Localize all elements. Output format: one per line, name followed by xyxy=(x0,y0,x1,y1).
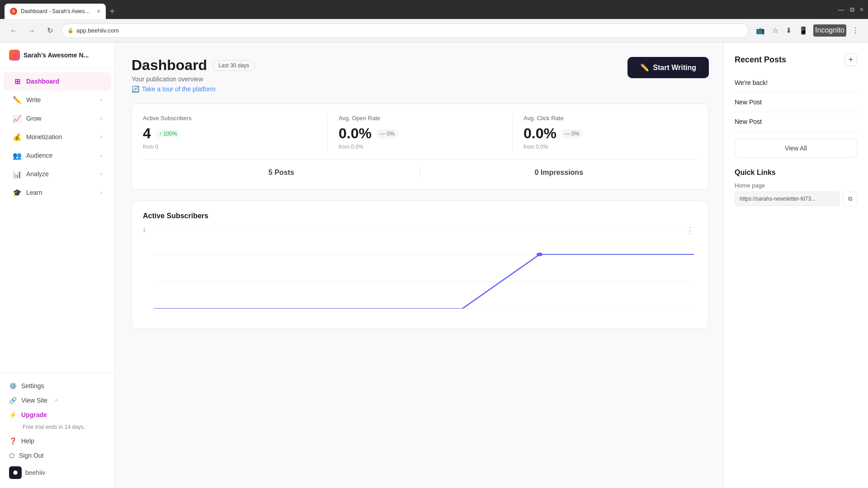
chevron-down-icon: › xyxy=(100,115,102,122)
sidebar-header: Sarah's Awesome N... xyxy=(0,42,115,68)
sidebar-item-label: Audience xyxy=(26,152,96,159)
post-item-1[interactable]: We're back! xyxy=(735,73,857,93)
browser-chrome: b Dashboard - Sarah's Awesome N... × + —… xyxy=(0,0,868,19)
active-subscribers-value: 4 xyxy=(143,125,151,142)
page-subtitle: Your publication overview xyxy=(132,75,255,83)
new-tab-button[interactable]: + xyxy=(106,4,118,19)
avg-click-rate-stat: Avg. Click Rate 0.0% — 0% from 0.0% xyxy=(513,115,698,150)
quick-links: Quick Links Home page https://sarahs-new… xyxy=(735,169,857,206)
sidebar-item-label: Write xyxy=(26,96,96,103)
active-subscribers-value-row: 4 ↑ 100% xyxy=(143,125,316,142)
post-title-1: We're back! xyxy=(735,79,768,86)
last-30-badge[interactable]: Last 30 days xyxy=(212,60,255,71)
avg-click-rate-label: Avg. Click Rate xyxy=(524,115,687,122)
svg-point-5 xyxy=(537,253,543,256)
lock-icon: 🔒 xyxy=(67,28,74,33)
tour-link[interactable]: 🔄 Take a tour of the platform xyxy=(132,85,255,93)
publication-avatar xyxy=(9,50,20,61)
close-button[interactable]: × xyxy=(860,6,863,14)
chevron-down-icon: › xyxy=(100,134,102,140)
sidebar-nav: ⊞ Dashboard ✏️ Write › 📈 Grow › 💰 Moneti… xyxy=(0,68,115,373)
sidebar-bottom: ⚙️ Settings 🔗 View Site ↗ ⚡ Upgrade Free… xyxy=(0,373,115,488)
sidebar-item-sign-out[interactable]: ⬠ Sign Out xyxy=(9,448,106,463)
sidebar-item-learn[interactable]: 🎓 Learn › xyxy=(4,183,111,202)
home-page-label: Home page xyxy=(735,182,857,189)
right-panel: Recent Posts + We're back! New Post New … xyxy=(723,42,868,488)
avg-open-rate-stat: Avg. Open Rate 0.0% — 0% from 0.0% xyxy=(328,115,513,150)
avg-click-rate-badge: — 0% xyxy=(561,129,583,138)
sign-out-icon: ⬠ xyxy=(9,452,14,459)
sidebar-item-label: Learn xyxy=(26,189,96,196)
upgrade-icon: ⚡ xyxy=(9,411,17,418)
active-subscribers-label: Active Subscribers xyxy=(143,115,316,122)
sidebar-item-dashboard[interactable]: ⊞ Dashboard xyxy=(4,72,111,90)
dashboard-icon: ⊞ xyxy=(13,77,22,86)
address-bar[interactable]: 🔒 app.beehiiv.com xyxy=(61,23,749,38)
minimize-button[interactable]: — xyxy=(838,6,844,14)
copy-icon: ⧉ xyxy=(848,195,852,202)
cast-icon[interactable]: 📺 xyxy=(754,24,767,37)
menu-icon[interactable]: ⋮ xyxy=(850,24,861,37)
tab-title: Dashboard - Sarah's Awesome N... xyxy=(21,8,93,14)
brand-name: beehiiv xyxy=(25,469,45,476)
view-all-button[interactable]: View All xyxy=(735,139,857,158)
posts-count: 5 Posts xyxy=(143,167,420,178)
chart-svg xyxy=(154,227,694,309)
main-content: Dashboard Last 30 days Your publication … xyxy=(115,42,723,488)
avg-click-rate-value-row: 0.0% — 0% xyxy=(524,125,687,142)
post-item-2[interactable]: New Post xyxy=(735,93,857,112)
copy-url-button[interactable]: ⧉ xyxy=(843,192,857,206)
refresh-button[interactable]: ↻ xyxy=(43,24,56,37)
help-label: Help xyxy=(21,437,34,445)
forward-button[interactable]: → xyxy=(25,24,38,37)
bookmark-icon[interactable]: ☆ xyxy=(770,24,780,37)
browser-toolbar: ← → ↻ 🔒 app.beehiiv.com 📺 ☆ ⬇ 📱 Incognit… xyxy=(0,19,868,42)
recent-posts-header: Recent Posts + xyxy=(735,53,857,66)
chart-dots-menu[interactable]: ⋮ xyxy=(686,225,694,235)
back-button[interactable]: ← xyxy=(7,24,20,37)
sidebar-item-view-site[interactable]: 🔗 View Site ↗ xyxy=(9,393,106,408)
sidebar: Sarah's Awesome N... ⊞ Dashboard ✏️ Writ… xyxy=(0,42,115,488)
sign-out-label: Sign Out xyxy=(19,452,43,459)
active-tab[interactable]: b Dashboard - Sarah's Awesome N... × xyxy=(5,4,106,19)
write-icon: ✏️ xyxy=(13,95,22,104)
avg-click-rate-value: 0.0% xyxy=(524,125,557,142)
external-link-icon: ↗ xyxy=(54,398,57,403)
sidebar-item-write[interactable]: ✏️ Write › xyxy=(4,91,111,109)
stats-grid: Active Subscribers 4 ↑ 100% from 0 Avg. … xyxy=(143,115,698,150)
download-icon[interactable]: ⬇ xyxy=(784,24,793,37)
sidebar-item-audience[interactable]: 👥 Audience › xyxy=(4,146,111,164)
url-text: app.beehiiv.com xyxy=(76,27,119,34)
avg-open-rate-from: from 0.0% xyxy=(339,144,501,150)
beehiiv-brand: beehiiv xyxy=(9,463,106,483)
add-post-button[interactable]: + xyxy=(844,53,857,66)
home-page-url: https://sarahs-newsletter-fd73... xyxy=(735,192,840,206)
view-site-label: View Site xyxy=(21,397,47,404)
help-icon: ❓ xyxy=(9,437,17,445)
pencil-icon: ✏️ xyxy=(640,63,649,72)
toolbar-actions: 📺 ☆ ⬇ 📱 Incognito ⋮ xyxy=(754,24,861,37)
post-item-3[interactable]: New Post xyxy=(735,112,857,131)
tab-close-button[interactable]: × xyxy=(97,8,100,15)
chevron-down-icon: › xyxy=(100,97,102,103)
sidebar-item-monetization[interactable]: 💰 Monetization › xyxy=(4,128,111,146)
chevron-down-icon: › xyxy=(100,152,102,159)
sidebar-item-settings[interactable]: ⚙️ Settings xyxy=(9,379,106,393)
sidebar-item-label: Grow xyxy=(26,115,96,122)
chevron-down-icon: › xyxy=(100,171,102,177)
restore-button[interactable]: ⧉ xyxy=(850,6,854,14)
page-title: Dashboard Last 30 days xyxy=(132,57,255,74)
device-icon[interactable]: 📱 xyxy=(797,24,810,37)
tour-link-text: Take a tour of the platform xyxy=(142,85,216,93)
sidebar-item-upgrade[interactable]: ⚡ Upgrade xyxy=(9,408,106,422)
sidebar-item-grow[interactable]: 📈 Grow › xyxy=(4,109,111,127)
settings-label: Settings xyxy=(21,382,44,389)
start-writing-button[interactable]: ✏️ Start Writing xyxy=(627,57,709,78)
trial-notice: Free trial ends in 14 days. xyxy=(9,422,106,434)
publication-name[interactable]: Sarah's Awesome N... xyxy=(9,50,106,61)
stats-card: Active Subscribers 4 ↑ 100% from 0 Avg. … xyxy=(132,103,709,190)
sidebar-item-analyze[interactable]: 📊 Analyze › xyxy=(4,165,111,183)
y-axis-top: 1 xyxy=(143,227,146,233)
sidebar-item-label: Analyze xyxy=(26,170,96,178)
sidebar-item-help[interactable]: ❓ Help xyxy=(9,434,106,448)
